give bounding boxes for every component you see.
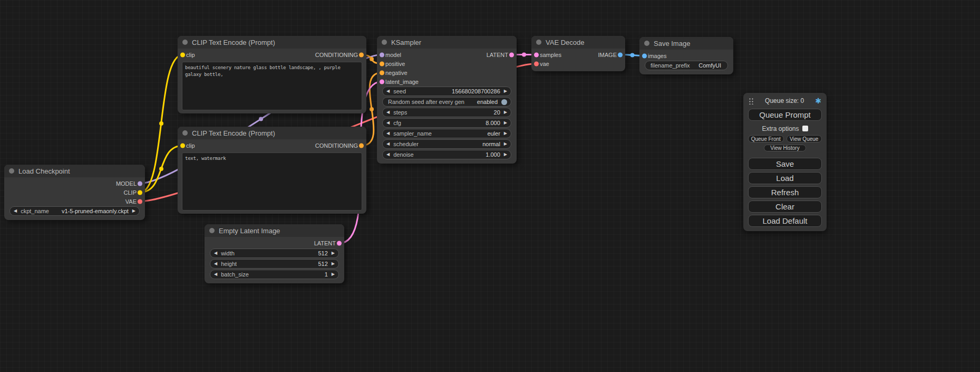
output-dot-conditioning[interactable]	[359, 144, 364, 148]
input-dot-samples[interactable]	[534, 52, 539, 57]
widget-value: 512	[318, 250, 327, 256]
decrement-arrow-icon[interactable]: ◀	[386, 121, 390, 125]
node-header[interactable]: CLIP Text Encode (Prompt)	[178, 127, 366, 139]
view-queue-button[interactable]: View Queue	[787, 135, 822, 142]
save-button[interactable]: Save	[748, 158, 822, 170]
drag-handle-icon[interactable]	[749, 97, 754, 104]
queue-prompt-button[interactable]: Queue Prompt	[748, 109, 822, 121]
increment-arrow-icon[interactable]: ▶	[132, 209, 135, 213]
settings-gear-icon[interactable]: ✱	[815, 97, 821, 104]
prompt-textarea[interactable]: text, watermark	[182, 152, 362, 211]
decrement-arrow-icon[interactable]: ◀	[214, 262, 217, 266]
decrement-arrow-icon[interactable]: ◀	[386, 152, 390, 157]
widget-filename-prefix[interactable]: filename_prefix ComfyUI	[645, 61, 728, 70]
widget-value: 20	[494, 109, 500, 116]
widget-name: batch_size	[221, 271, 249, 278]
node-header[interactable]: KSampler	[377, 36, 517, 49]
increment-arrow-icon[interactable]: ▶	[332, 251, 335, 255]
widget-name: steps	[393, 109, 407, 116]
input-label-model: model	[385, 52, 401, 58]
link-midpoint-dot	[522, 53, 526, 57]
widget-ckpt-name[interactable]: ◀ ckpt_name v1-5-pruned-emaonly.ckpt ▶	[9, 206, 140, 216]
extra-options-checkbox[interactable]	[802, 126, 808, 131]
widget-cfg[interactable]: ◀ cfg 8.000 ▶	[382, 118, 511, 128]
output-dot-vae[interactable]	[138, 199, 142, 204]
collapse-dot-icon[interactable]	[382, 40, 387, 45]
slot-row: samples IMAGE	[531, 50, 625, 59]
increment-arrow-icon[interactable]: ▶	[504, 121, 507, 125]
increment-arrow-icon[interactable]: ▶	[504, 131, 507, 136]
input-dot-model[interactable]	[380, 52, 384, 57]
decrement-arrow-icon[interactable]: ◀	[214, 251, 217, 255]
decrement-arrow-icon[interactable]: ◀	[386, 110, 390, 115]
node-header[interactable]: Load Checkpoint	[4, 165, 145, 177]
input-dot-vae[interactable]	[534, 61, 539, 66]
toggle-dot-icon[interactable]	[501, 99, 507, 105]
decrement-arrow-icon[interactable]: ◀	[214, 272, 217, 276]
node-clip-text-encode-negative[interactable]: CLIP Text Encode (Prompt) clip CONDITION…	[178, 127, 366, 214]
output-dot-latent[interactable]	[337, 241, 342, 246]
input-dot-positive[interactable]	[380, 61, 384, 66]
load-button[interactable]: Load	[748, 172, 822, 184]
node-empty-latent-image[interactable]: Empty Latent Image LATENT ◀ width 512 ▶ …	[205, 224, 344, 283]
node-header[interactable]: Save Image	[639, 37, 733, 50]
collapse-dot-icon[interactable]	[9, 168, 14, 174]
decrement-arrow-icon[interactable]: ◀	[386, 131, 390, 136]
increment-arrow-icon[interactable]: ▶	[332, 272, 335, 276]
widget-width[interactable]: ◀ width 512 ▶	[210, 249, 339, 258]
collapse-dot-icon[interactable]	[182, 40, 188, 45]
slot-row: latent_image	[377, 77, 517, 86]
output-dot-latent[interactable]	[509, 52, 514, 57]
increment-arrow-icon[interactable]: ▶	[504, 142, 507, 146]
widget-value: 1.000	[486, 151, 500, 158]
input-dot-latent-image[interactable]	[380, 79, 384, 84]
widget-sampler-name[interactable]: ◀ sampler_name euler ▶	[382, 129, 511, 138]
node-vae-decode[interactable]: VAE Decode samples IMAGE vae	[531, 36, 625, 71]
collapse-dot-icon[interactable]	[644, 41, 649, 46]
node-ksampler[interactable]: KSampler model LATENT positive negative …	[377, 36, 517, 164]
view-history-button[interactable]: View History	[764, 145, 806, 151]
output-dot-clip[interactable]	[138, 190, 142, 195]
refresh-button[interactable]: Refresh	[748, 186, 822, 198]
node-clip-text-encode-positive[interactable]: CLIP Text Encode (Prompt) clip CONDITION…	[178, 36, 366, 113]
collapse-dot-icon[interactable]	[536, 40, 541, 45]
input-dot-clip[interactable]	[180, 144, 185, 148]
node-header[interactable]: Empty Latent Image	[205, 224, 344, 237]
widget-value: euler	[487, 130, 500, 137]
decrement-arrow-icon[interactable]: ◀	[14, 209, 17, 213]
widget-value: 1	[325, 271, 328, 278]
node-save-image[interactable]: Save Image images filename_prefix ComfyU…	[639, 37, 733, 74]
widget-scheduler[interactable]: ◀ scheduler normal ▶	[382, 139, 511, 149]
load-default-button[interactable]: Load Default	[748, 215, 822, 227]
widget-height[interactable]: ◀ height 512 ▶	[210, 259, 339, 269]
collapse-dot-icon[interactable]	[182, 130, 188, 136]
widget-name: cfg	[393, 120, 401, 126]
node-load-checkpoint[interactable]: Load Checkpoint MODEL CLIP VAE ◀ ckpt_na…	[4, 165, 145, 220]
widget-random-seed-toggle[interactable]: Random seed after every gen enabled	[382, 97, 511, 107]
output-dot-image[interactable]	[618, 52, 623, 57]
queue-front-button[interactable]: Queue Front	[748, 135, 784, 142]
comfyui-canvas[interactable]: { "slot_colors": { "MODEL": "#B39DDB", "…	[0, 0, 980, 372]
input-dot-negative[interactable]	[380, 70, 384, 75]
widget-steps[interactable]: ◀ steps 20 ▶	[382, 108, 511, 117]
output-dot-model[interactable]	[138, 181, 142, 186]
increment-arrow-icon[interactable]: ▶	[504, 89, 507, 93]
output-label-conditioning: CONDITIONING	[315, 52, 358, 58]
increment-arrow-icon[interactable]: ▶	[504, 152, 507, 157]
node-header[interactable]: CLIP Text Encode (Prompt)	[178, 36, 366, 49]
decrement-arrow-icon[interactable]: ◀	[386, 89, 390, 93]
output-dot-conditioning[interactable]	[359, 53, 364, 58]
increment-arrow-icon[interactable]: ▶	[504, 110, 507, 115]
widget-denoise[interactable]: ◀ denoise 1.000 ▶	[382, 150, 511, 159]
decrement-arrow-icon[interactable]: ◀	[386, 142, 390, 146]
output-label-latent: LATENT	[314, 240, 336, 246]
collapse-dot-icon[interactable]	[209, 228, 215, 233]
widget-batch-size[interactable]: ◀ batch_size 1 ▶	[210, 270, 339, 279]
input-dot-images[interactable]	[642, 53, 647, 58]
widget-seed[interactable]: ◀ seed 156680208700286 ▶	[382, 87, 511, 96]
increment-arrow-icon[interactable]: ▶	[332, 262, 335, 266]
input-dot-clip[interactable]	[180, 53, 185, 58]
clear-button[interactable]: Clear	[748, 201, 822, 213]
node-header[interactable]: VAE Decode	[531, 36, 625, 49]
prompt-textarea[interactable]: beautiful scenery nature glass bottle la…	[182, 62, 362, 110]
